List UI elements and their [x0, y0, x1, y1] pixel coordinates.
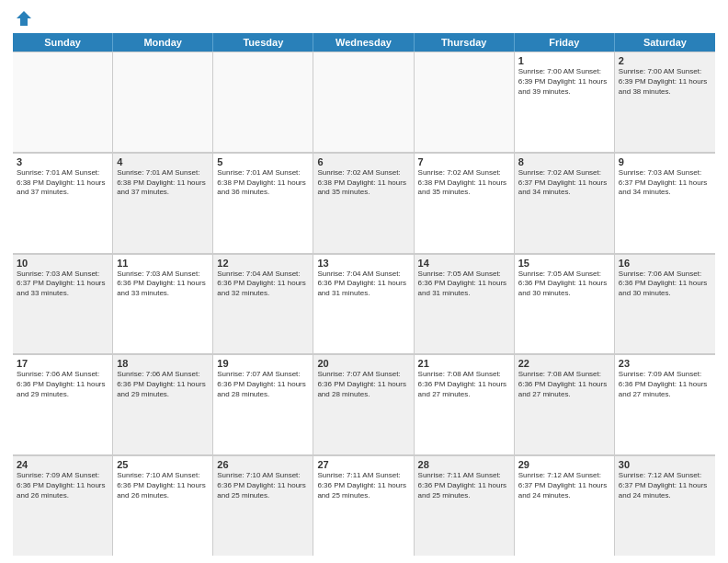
day-info: Sunrise: 7:05 AM Sunset: 6:36 PM Dayligh…: [418, 270, 510, 299]
weekday-header-tuesday: Tuesday: [213, 33, 313, 52]
day-number: 23: [619, 358, 711, 369]
day-info: Sunrise: 7:11 AM Sunset: 6:36 PM Dayligh…: [317, 471, 409, 500]
day-cell-3: 3Sunrise: 7:01 AM Sunset: 6:38 PM Daylig…: [13, 153, 113, 253]
header: [13, 9, 715, 28]
day-cell-11: 11Sunrise: 7:03 AM Sunset: 6:36 PM Dayli…: [113, 254, 213, 354]
day-cell-24: 24Sunrise: 7:09 AM Sunset: 6:36 PM Dayli…: [13, 455, 113, 556]
day-cell-2: 2Sunrise: 7:00 AM Sunset: 6:39 PM Daylig…: [615, 52, 715, 152]
day-number: 25: [117, 459, 209, 470]
day-info: Sunrise: 7:03 AM Sunset: 6:36 PM Dayligh…: [117, 270, 209, 299]
day-info: Sunrise: 7:02 AM Sunset: 6:37 PM Dayligh…: [518, 168, 610, 198]
day-cell-21: 21Sunrise: 7:08 AM Sunset: 6:36 PM Dayli…: [415, 354, 515, 454]
page: SundayMondayTuesdayWednesdayThursdayFrid…: [0, 0, 728, 563]
day-number: 30: [619, 459, 711, 470]
day-cell-13: 13Sunrise: 7:04 AM Sunset: 6:36 PM Dayli…: [313, 254, 414, 354]
day-info: Sunrise: 7:09 AM Sunset: 6:36 PM Dayligh…: [17, 471, 108, 500]
day-number: 21: [418, 358, 510, 369]
day-number: 24: [17, 459, 108, 470]
day-info: Sunrise: 7:12 AM Sunset: 6:37 PM Dayligh…: [619, 471, 711, 500]
day-number: 28: [418, 459, 510, 470]
day-cell-10: 10Sunrise: 7:03 AM Sunset: 6:37 PM Dayli…: [13, 254, 113, 354]
day-info: Sunrise: 7:06 AM Sunset: 6:36 PM Dayligh…: [619, 270, 711, 299]
day-cell-30: 30Sunrise: 7:12 AM Sunset: 6:37 PM Dayli…: [615, 455, 715, 556]
day-number: 12: [217, 258, 309, 269]
day-number: 1: [518, 55, 610, 66]
day-info: Sunrise: 7:01 AM Sunset: 6:38 PM Dayligh…: [117, 168, 209, 198]
day-number: 15: [518, 258, 610, 269]
day-number: 17: [17, 358, 108, 369]
weekday-header-thursday: Thursday: [415, 33, 515, 52]
calendar-row-1: 3Sunrise: 7:01 AM Sunset: 6:38 PM Daylig…: [13, 153, 715, 254]
day-info: Sunrise: 7:10 AM Sunset: 6:36 PM Dayligh…: [117, 471, 209, 500]
day-cell-29: 29Sunrise: 7:12 AM Sunset: 6:37 PM Dayli…: [515, 455, 615, 556]
day-number: 13: [317, 258, 409, 269]
day-number: 2: [619, 55, 711, 66]
day-cell-19: 19Sunrise: 7:07 AM Sunset: 6:36 PM Dayli…: [213, 354, 313, 454]
day-cell-14: 14Sunrise: 7:05 AM Sunset: 6:36 PM Dayli…: [415, 254, 515, 354]
day-number: 18: [117, 358, 209, 369]
day-cell-17: 17Sunrise: 7:06 AM Sunset: 6:36 PM Dayli…: [13, 354, 113, 454]
day-cell-28: 28Sunrise: 7:11 AM Sunset: 6:36 PM Dayli…: [415, 455, 515, 556]
day-info: Sunrise: 7:04 AM Sunset: 6:36 PM Dayligh…: [217, 270, 309, 299]
weekday-header-wednesday: Wednesday: [313, 33, 414, 52]
day-number: 6: [317, 156, 409, 167]
calendar-row-0: 1Sunrise: 7:00 AM Sunset: 6:39 PM Daylig…: [13, 52, 715, 153]
day-number: 9: [619, 156, 711, 167]
day-cell-22: 22Sunrise: 7:08 AM Sunset: 6:36 PM Dayli…: [515, 354, 615, 454]
day-info: Sunrise: 7:05 AM Sunset: 6:36 PM Dayligh…: [518, 270, 610, 299]
empty-cell-0-1: [113, 52, 213, 152]
weekday-header-monday: Monday: [113, 33, 213, 52]
day-cell-20: 20Sunrise: 7:07 AM Sunset: 6:36 PM Dayli…: [313, 354, 414, 454]
day-info: Sunrise: 7:11 AM Sunset: 6:36 PM Dayligh…: [418, 471, 510, 500]
day-cell-5: 5Sunrise: 7:01 AM Sunset: 6:38 PM Daylig…: [213, 153, 313, 253]
empty-cell-0-4: [415, 52, 515, 152]
logo-icon: [15, 9, 33, 28]
day-cell-26: 26Sunrise: 7:10 AM Sunset: 6:36 PM Dayli…: [213, 455, 313, 556]
calendar-row-2: 10Sunrise: 7:03 AM Sunset: 6:37 PM Dayli…: [13, 254, 715, 355]
day-info: Sunrise: 7:10 AM Sunset: 6:36 PM Dayligh…: [217, 471, 309, 500]
day-number: 11: [117, 258, 209, 269]
calendar-header: SundayMondayTuesdayWednesdayThursdayFrid…: [13, 33, 715, 52]
day-info: Sunrise: 7:02 AM Sunset: 6:38 PM Dayligh…: [317, 168, 409, 198]
calendar-body: 1Sunrise: 7:00 AM Sunset: 6:39 PM Daylig…: [13, 52, 715, 556]
logo-area: [13, 9, 35, 28]
day-number: 10: [17, 258, 108, 269]
day-info: Sunrise: 7:03 AM Sunset: 6:37 PM Dayligh…: [17, 270, 108, 299]
day-cell-27: 27Sunrise: 7:11 AM Sunset: 6:36 PM Dayli…: [313, 455, 414, 556]
day-cell-15: 15Sunrise: 7:05 AM Sunset: 6:36 PM Dayli…: [515, 254, 615, 354]
day-cell-12: 12Sunrise: 7:04 AM Sunset: 6:36 PM Dayli…: [213, 254, 313, 354]
calendar-row-4: 24Sunrise: 7:09 AM Sunset: 6:36 PM Dayli…: [13, 455, 715, 556]
day-number: 20: [317, 358, 409, 369]
day-number: 14: [418, 258, 510, 269]
day-number: 7: [418, 156, 510, 167]
day-number: 16: [619, 258, 711, 269]
day-cell-25: 25Sunrise: 7:10 AM Sunset: 6:36 PM Dayli…: [113, 455, 213, 556]
calendar: SundayMondayTuesdayWednesdayThursdayFrid…: [13, 33, 715, 556]
day-cell-1: 1Sunrise: 7:00 AM Sunset: 6:39 PM Daylig…: [515, 52, 615, 152]
day-cell-4: 4Sunrise: 7:01 AM Sunset: 6:38 PM Daylig…: [113, 153, 213, 253]
empty-cell-0-3: [313, 52, 414, 152]
day-number: 22: [518, 358, 610, 369]
day-number: 29: [518, 459, 610, 470]
day-number: 8: [518, 156, 610, 167]
day-number: 26: [217, 459, 309, 470]
day-cell-23: 23Sunrise: 7:09 AM Sunset: 6:36 PM Dayli…: [615, 354, 715, 454]
day-info: Sunrise: 7:03 AM Sunset: 6:37 PM Dayligh…: [619, 168, 711, 198]
day-info: Sunrise: 7:09 AM Sunset: 6:36 PM Dayligh…: [619, 370, 711, 399]
day-info: Sunrise: 7:01 AM Sunset: 6:38 PM Dayligh…: [217, 168, 309, 198]
day-info: Sunrise: 7:06 AM Sunset: 6:36 PM Dayligh…: [117, 370, 209, 399]
day-info: Sunrise: 7:08 AM Sunset: 6:36 PM Dayligh…: [418, 370, 510, 399]
day-cell-9: 9Sunrise: 7:03 AM Sunset: 6:37 PM Daylig…: [615, 153, 715, 253]
weekday-header-saturday: Saturday: [615, 33, 715, 52]
day-info: Sunrise: 7:01 AM Sunset: 6:38 PM Dayligh…: [17, 168, 108, 198]
day-info: Sunrise: 7:00 AM Sunset: 6:39 PM Dayligh…: [619, 67, 711, 97]
svg-marker-0: [17, 11, 31, 26]
weekday-header-friday: Friday: [515, 33, 615, 52]
day-number: 4: [117, 156, 209, 167]
day-cell-6: 6Sunrise: 7:02 AM Sunset: 6:38 PM Daylig…: [313, 153, 414, 253]
weekday-header-sunday: Sunday: [13, 33, 113, 52]
day-info: Sunrise: 7:12 AM Sunset: 6:37 PM Dayligh…: [518, 471, 610, 500]
day-number: 3: [17, 156, 108, 167]
day-number: 27: [317, 459, 409, 470]
day-number: 5: [217, 156, 309, 167]
